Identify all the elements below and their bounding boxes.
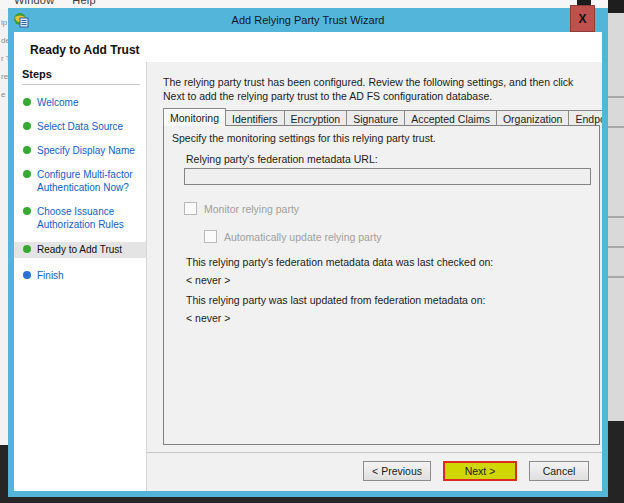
- background-menu-help[interactable]: Help: [72, 0, 95, 6]
- tab-monitoring[interactable]: Monitoring: [163, 108, 226, 126]
- background-menu-window[interactable]: Window: [14, 0, 54, 6]
- monitor-relying-party-label: Monitor relying party: [204, 203, 299, 215]
- auto-update-checkbox[interactable]: [204, 230, 217, 243]
- step-label: Configure Multi-factor Authentication No…: [37, 168, 140, 194]
- content-pane: The relying party trust has been configu…: [147, 62, 602, 491]
- wizard-dialog: Add Relying Party Trust Wizard X Ready t…: [8, 8, 608, 497]
- step-label: Choose Issuance Authorization Rules: [37, 205, 140, 231]
- sidebar-item-configure-multi-factor-authentication-now[interactable]: Configure Multi-factor Authentication No…: [22, 168, 140, 194]
- step-status-dot: [23, 271, 31, 279]
- last-updated-value: < never >: [186, 312, 230, 324]
- background-taskbar: [608, 421, 624, 503]
- step-label: Finish: [37, 269, 64, 282]
- last-checked-label: This relying party's federation metadata…: [186, 256, 493, 268]
- steps-sidebar: Steps WelcomeSelect Data SourceSpecify D…: [14, 62, 147, 491]
- button-bar: < Previous Next > Cancel: [147, 452, 602, 491]
- intro-text: The relying party trust has been configu…: [163, 75, 588, 103]
- background-text-fragment: e: [1, 90, 8, 99]
- sidebar-item-ready-to-add-trust[interactable]: Ready to Add Trust: [14, 242, 146, 258]
- tab-identifiers[interactable]: Identifiers: [225, 110, 285, 126]
- monitoring-instruction: Specify the monitoring settings for this…: [172, 132, 436, 144]
- background-row-divider: [608, 216, 624, 218]
- close-button[interactable]: X: [570, 5, 595, 32]
- sidebar-item-welcome[interactable]: Welcome: [22, 96, 140, 109]
- background-right-panel: [608, 0, 624, 503]
- page-title: Ready to Add Trust: [14, 32, 602, 62]
- tab-endpoints[interactable]: Endpoints: [568, 110, 602, 126]
- step-label: Select Data Source: [37, 120, 123, 133]
- metadata-url-input[interactable]: [184, 168, 591, 185]
- tab-accepted-claims[interactable]: Accepted Claims: [404, 110, 497, 126]
- background-row-divider: [608, 126, 624, 128]
- tab-encryption[interactable]: Encryption: [284, 110, 348, 126]
- step-status-dot: [23, 98, 31, 106]
- tab-organization[interactable]: Organization: [496, 110, 570, 126]
- step-label: Ready to Add Trust: [37, 243, 122, 256]
- previous-button[interactable]: < Previous: [363, 461, 431, 481]
- auto-update-label: Automatically update relying party: [224, 231, 382, 243]
- background-text-fragment: r T: [1, 54, 8, 63]
- step-status-dot: [23, 170, 31, 178]
- steps-header: Steps: [22, 68, 140, 85]
- metadata-url-label: Relying party's federation metadata URL:: [186, 153, 378, 165]
- window-title: Add Relying Party Trust Wizard: [8, 14, 608, 26]
- dialog-body: Ready to Add Trust Steps WelcomeSelect D…: [14, 32, 602, 491]
- background-right-dark-edge: [608, 0, 624, 13]
- monitoring-panel: Specify the monitoring settings for this…: [163, 125, 600, 445]
- sidebar-item-finish[interactable]: Finish: [22, 269, 140, 282]
- sidebar-item-specify-display-name[interactable]: Specify Display Name: [22, 144, 140, 157]
- background-menu-items: WindowHelp: [14, 0, 114, 6]
- background-row-divider: [608, 96, 624, 98]
- background-text-fragment: de: [1, 36, 8, 45]
- step-status-dot: [23, 245, 31, 253]
- background-row-divider: [608, 276, 624, 278]
- steps-list: WelcomeSelect Data SourceSpecify Display…: [22, 96, 140, 282]
- tab-signature[interactable]: Signature: [346, 110, 405, 126]
- titlebar[interactable]: Add Relying Party Trust Wizard X: [8, 8, 608, 32]
- next-button[interactable]: Next >: [443, 461, 517, 481]
- monitor-relying-party-checkbox[interactable]: [184, 202, 197, 215]
- step-label: Specify Display Name: [37, 144, 135, 157]
- background-text-fragment: re: [1, 72, 8, 81]
- step-status-dot: [23, 122, 31, 130]
- sidebar-item-choose-issuance-authorization-rules[interactable]: Choose Issuance Authorization Rules: [22, 205, 140, 231]
- background-row-divider: [608, 246, 624, 248]
- cancel-button[interactable]: Cancel: [529, 461, 589, 481]
- last-checked-value: < never >: [186, 274, 230, 286]
- step-status-dot: [23, 146, 31, 154]
- sidebar-item-select-data-source[interactable]: Select Data Source: [22, 120, 140, 133]
- step-label: Welcome: [37, 96, 79, 109]
- background-left-strip: ipder Tree: [0, 9, 8, 445]
- background-text-fragment: ip: [1, 18, 8, 27]
- tab-strip: MonitoringIdentifiersEncryptionSignature…: [163, 108, 600, 126]
- last-updated-label: This relying party was last updated from…: [186, 294, 485, 306]
- step-status-dot: [23, 207, 31, 215]
